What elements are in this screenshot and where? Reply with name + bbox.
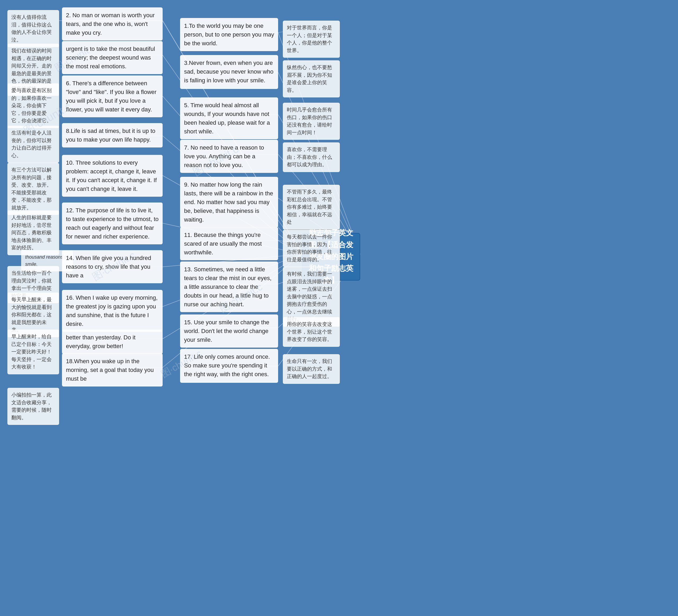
node-r2-en: 3.Never frown, even when you are sad, be… <box>180 55 278 89</box>
node-l5-zh: 有三个方法可以解决所有的问题，接受、改变、放开。不能接受那就改变，不能改变，那就… <box>7 163 59 215</box>
node-l3-zh: 爱与喜欢是有区别的，如果你喜欢一朵花，你会摘下它，但你要是爱它，你会浇灌它。 <box>7 83 59 128</box>
node-l6-en: 12. The purpose of life is to live it, t… <box>62 203 163 244</box>
node-l4-en: 8.Life is sad at times, but it is up to … <box>62 123 163 148</box>
mind-map: 励志句子英文图片【适合发朋友圈的图片和句子励志英文】 2. No man or … <box>0 0 678 616</box>
node-r9-en: 17. Life only comes around once. So make… <box>180 349 278 383</box>
node-l9-zh: 早上醒来时，给自己定个目标：今天一定要比昨天好！每天坚持，一定会大有收获！ <box>7 330 59 374</box>
node-l1-zh: 没有人值得你流泪，值得让你这么做的人不会让你哭泣。 <box>7 10 59 47</box>
node-l9-en: better than yesterday. Do it everyday, g… <box>62 330 163 354</box>
node-l8-en: 16. When I wake up every morning, the gr… <box>62 290 163 332</box>
node-r4-en: 7. No need to have a reason to love you.… <box>180 140 278 173</box>
node-r9-zh: 生命只有一次，我们要以正确的方式，和正确的人一起度过。 <box>283 354 340 384</box>
node-r2-zh: 纵然伤心，也不要愁眉不展，因为你不知是谁会爱上你的笑容。 <box>283 60 340 97</box>
node-l11-zh: 小编拍拍一算，此文适合收藏分享，需要的时候，随时翻阅。 <box>7 388 59 425</box>
node-r8-zh: 用你的笑容去改变这个世界，别让这个世界改变了你的笑容。 <box>283 317 340 347</box>
node-l6-zh: 人生的目标就是要好好地活，尝尽世间百态，勇敢积极地去体验新的、丰富的经历。 <box>7 210 59 255</box>
node-l4-zh: 生活有时是令人沮丧的，但你可以努力让自己的过得开心。 <box>7 126 59 163</box>
node-r6-en: 11. Because the things you're scared of … <box>180 227 278 260</box>
node-l10-en: 18.When you wake up in the morning, set … <box>62 354 163 386</box>
node-r3-zh: 时间几乎会愈合所有伤口，如果你的伤口还没有愈合，请给时间一点时间！ <box>283 103 340 140</box>
svg-line-39 <box>278 32 283 33</box>
node-r7-en: 13. Sometimes, we need a little tears to… <box>180 261 278 312</box>
node-r4-zh: 喜欢你，不需要理由；不喜欢你，什么都可以成为理由。 <box>283 142 340 172</box>
node-r3-en: 5. Time would heal almost all wounds, If… <box>180 97 278 139</box>
node-l3-en: 6. There's a difference between "love" a… <box>62 75 163 117</box>
node-l7-en: 14. When life give you a hundred reasons… <box>62 250 163 283</box>
node-r1-en: 1.To the world you may be one person, bu… <box>180 18 278 51</box>
node-r1-zh: 对于世界而言，你是一个人；但是对于某个人，你是他的整个世界。 <box>283 20 340 58</box>
node-r8-en: 15. Use your smile to change the world. … <box>180 315 278 347</box>
node-l5-en: 10. Three solutions to every problem: ac… <box>62 155 163 197</box>
node-r6-zh: 每天都尝试去一件你害怕的事情，因为，你所害怕的事情，往往是最值得的。 <box>283 230 340 267</box>
node-r5-zh: 不管雨下多久，最终彩虹总会出现。不管你有多难过，始终要相信，幸福就在不远处 <box>283 185 340 230</box>
node-r5-en: 9. No matter how long the rain lasts, th… <box>180 177 278 228</box>
node-l1-en: 2. No man or woman is worth your tears, … <box>62 7 163 41</box>
node-l2-en: urgent is to take the most beautiful sce… <box>62 41 163 74</box>
